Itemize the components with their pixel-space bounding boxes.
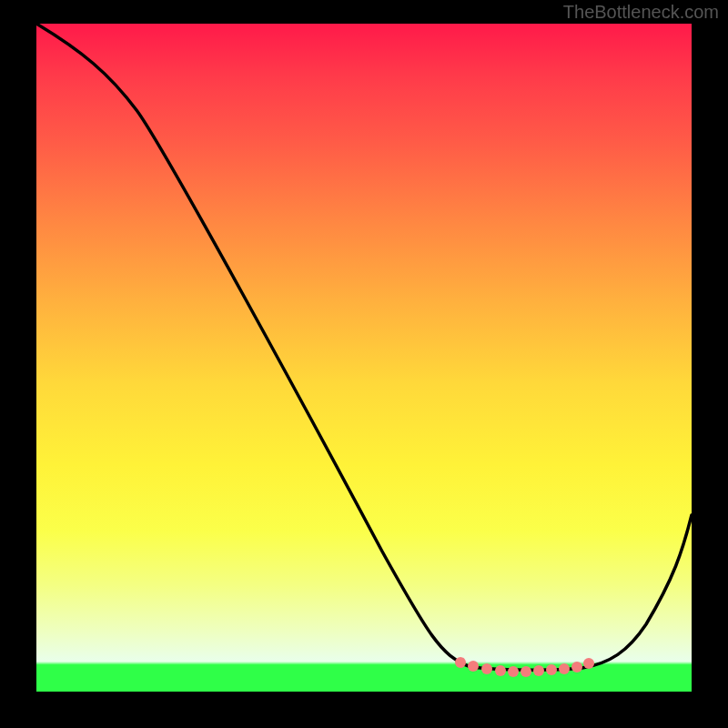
bottleneck-curve [36,24,692,692]
svg-point-5 [521,666,531,677]
svg-point-2 [481,663,492,674]
chart-container: TheBottleneck.com [0,0,728,728]
svg-point-7 [546,664,557,675]
svg-point-8 [559,663,570,674]
svg-point-3 [495,665,506,676]
curve-path [36,24,692,670]
svg-point-0 [455,657,466,668]
svg-point-4 [508,666,519,677]
watermark-text: TheBottleneck.com [563,2,719,23]
svg-point-1 [468,661,479,672]
svg-point-6 [533,665,544,676]
svg-point-9 [571,662,582,672]
highlight-dots [455,657,594,677]
svg-point-10 [583,658,594,669]
plot-area [36,24,692,692]
